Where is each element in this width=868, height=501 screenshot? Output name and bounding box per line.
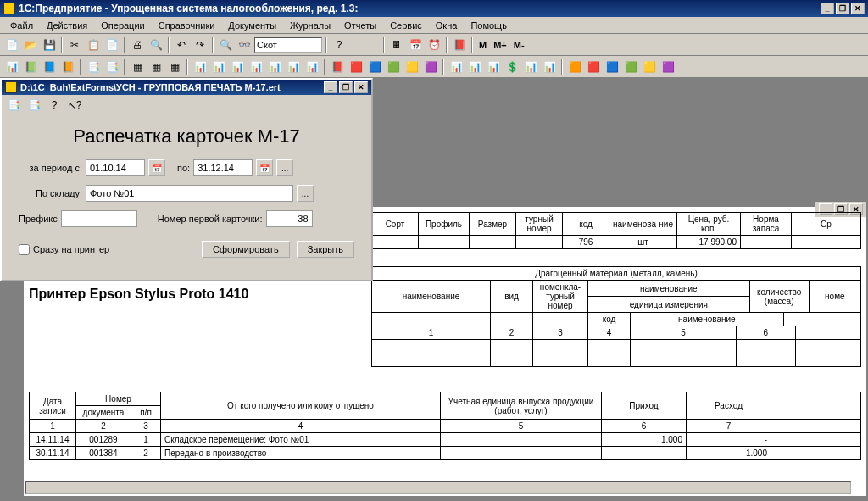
tb2-icon[interactable]: 📙: [59, 58, 76, 75]
doc-hscroll[interactable]: [25, 481, 851, 494]
tb2-icon[interactable]: 📊: [466, 58, 483, 75]
tb-find-icon[interactable]: 🔍: [217, 36, 234, 53]
tb2-icon[interactable]: 📊: [448, 58, 465, 75]
dlg-tb-icon[interactable]: 📑: [25, 97, 42, 114]
app-icon: [3, 3, 15, 14]
dlg-tb-icon[interactable]: 📑: [5, 97, 22, 114]
warehouse-label: По складу:: [19, 188, 82, 198]
tb-preview-icon[interactable]: 🔍: [147, 36, 164, 53]
warehouse-dots-button[interactable]: ...: [297, 185, 314, 202]
warehouse-input[interactable]: [86, 185, 293, 202]
tb2-icon[interactable]: 📊: [192, 58, 209, 75]
dlg-tb-icon[interactable]: ?: [46, 97, 63, 114]
dialog-title: D:\1C_Buh\ExtForms\УСН - ГРУППОВАЯ ПЕЧАТ…: [20, 82, 324, 92]
tb2-icon[interactable]: ▦: [166, 58, 183, 75]
tb-mplus[interactable]: M+: [491, 40, 509, 50]
tb2-icon[interactable]: 🟥: [348, 58, 364, 75]
tb2-icon[interactable]: 📊: [285, 58, 302, 75]
dialog-minimize-button[interactable]: _: [324, 81, 337, 93]
dialog-maximize-button[interactable]: ❐: [339, 81, 353, 93]
tb-m[interactable]: M: [476, 40, 489, 50]
tb-calc-icon[interactable]: 🖩: [388, 36, 405, 53]
tb2-icon[interactable]: 🟦: [604, 58, 620, 75]
tb2-icon[interactable]: 🟧: [566, 58, 583, 75]
dlg-tb-pointer-icon[interactable]: ↖?: [66, 97, 83, 114]
dialog-close-button[interactable]: ✕: [354, 81, 368, 93]
tb2-icon[interactable]: 📊: [229, 58, 246, 75]
period-from-input[interactable]: [86, 159, 145, 176]
hdr-turny: турный номер: [516, 213, 563, 236]
tb-save-icon[interactable]: 💾: [41, 36, 58, 53]
tb2-icon[interactable]: 🟩: [622, 58, 639, 75]
menu-service[interactable]: Сервис: [383, 19, 429, 32]
period-to-input[interactable]: [193, 159, 253, 176]
tb-clock-icon[interactable]: ⏰: [426, 36, 442, 53]
tb2-icon[interactable]: 📊: [3, 58, 20, 75]
first-card-input[interactable]: [266, 210, 313, 227]
tb2-icon[interactable]: 📗: [22, 58, 39, 75]
tb2-icon[interactable]: 🟨: [641, 58, 658, 75]
tb-copy-icon[interactable]: 📋: [85, 36, 102, 53]
tb2-icon[interactable]: 📊: [541, 58, 558, 75]
tb2-icon[interactable]: 🟥: [585, 58, 602, 75]
menu-journals[interactable]: Журналы: [283, 19, 337, 32]
period-dots-button[interactable]: ...: [276, 159, 293, 176]
tb2-icon[interactable]: ▦: [147, 58, 164, 75]
tb2-icon[interactable]: 📊: [266, 58, 283, 75]
tb2-icon[interactable]: 📊: [248, 58, 264, 75]
minimize-button[interactable]: _: [821, 3, 834, 14]
menu-help[interactable]: Помощь: [464, 19, 514, 32]
tb-binoculars-icon[interactable]: 👓: [236, 36, 253, 53]
menu-operations[interactable]: Операции: [94, 19, 151, 32]
menu-file[interactable]: Файл: [3, 19, 40, 32]
t3-rashod: Расход: [687, 392, 771, 420]
tb-paste-icon[interactable]: 📄: [103, 36, 120, 53]
tb2-icon[interactable]: 📊: [303, 58, 320, 75]
menu-refs[interactable]: Справочники: [152, 19, 222, 32]
tb-mminus[interactable]: M-: [511, 40, 527, 50]
tb2-icon[interactable]: 🟦: [366, 58, 383, 75]
menu-windows[interactable]: Окна: [429, 19, 465, 32]
tb-search-combo[interactable]: [254, 37, 322, 53]
tb-undo-icon[interactable]: ↶: [173, 36, 190, 53]
tb-open-icon[interactable]: 📂: [22, 36, 39, 53]
dialog-close-btn[interactable]: Закрыть: [297, 241, 354, 258]
tb-print-icon[interactable]: 🖨: [129, 36, 146, 53]
menu-reports[interactable]: Отчеты: [337, 19, 383, 32]
prefix-input[interactable]: [61, 210, 137, 227]
tb2-icon[interactable]: 📘: [41, 58, 58, 75]
tb2-icon[interactable]: 📊: [522, 58, 539, 75]
tb-help-icon[interactable]: ?: [331, 36, 348, 53]
tb2-icon[interactable]: 🟩: [385, 58, 402, 75]
tb-cut-icon[interactable]: ✂: [66, 36, 83, 53]
t3-dok: документа: [76, 406, 131, 420]
hdr-sr: Ср: [792, 213, 861, 236]
hdr-norma: Норма запаса: [741, 213, 792, 236]
date-picker-to-icon[interactable]: 📅: [256, 159, 273, 176]
menu-actions[interactable]: Действия: [40, 19, 94, 32]
maximize-button[interactable]: ❐: [836, 3, 849, 14]
tb2-icon[interactable]: 🟪: [659, 58, 676, 75]
tb2-icon[interactable]: 🟪: [422, 58, 439, 75]
tb2-icon[interactable]: 📊: [210, 58, 227, 75]
tb2-icon[interactable]: 📑: [103, 58, 120, 75]
form-button[interactable]: Сформировать: [202, 241, 290, 258]
tb2-icon[interactable]: 📕: [329, 58, 346, 75]
t3-data: Дата записи: [30, 392, 76, 420]
tb-book-icon[interactable]: 📕: [451, 36, 468, 53]
tb2-icon[interactable]: 📊: [485, 58, 502, 75]
menu-docs[interactable]: Документы: [221, 19, 283, 32]
tb2-icon[interactable]: ▦: [129, 58, 146, 75]
close-button[interactable]: ✕: [851, 3, 865, 14]
tb2-icon[interactable]: 🟨: [403, 58, 420, 75]
tb-calendar-icon[interactable]: 📅: [407, 36, 424, 53]
direct-print-check-input[interactable]: [19, 244, 30, 255]
tb2-icon[interactable]: 💲: [504, 58, 520, 75]
direct-print-checkbox[interactable]: Сразу на принтер: [19, 244, 109, 255]
date-picker-from-icon[interactable]: 📅: [148, 159, 165, 176]
tb-redo-icon[interactable]: ↷: [192, 36, 209, 53]
direct-print-label: Сразу на принтер: [33, 244, 109, 254]
tb2-icon[interactable]: 📑: [85, 58, 102, 75]
tb-new-icon[interactable]: 📄: [3, 36, 20, 53]
print-dialog: D:\1C_Buh\ExtForms\УСН - ГРУППОВАЯ ПЕЧАТ…: [0, 78, 373, 281]
